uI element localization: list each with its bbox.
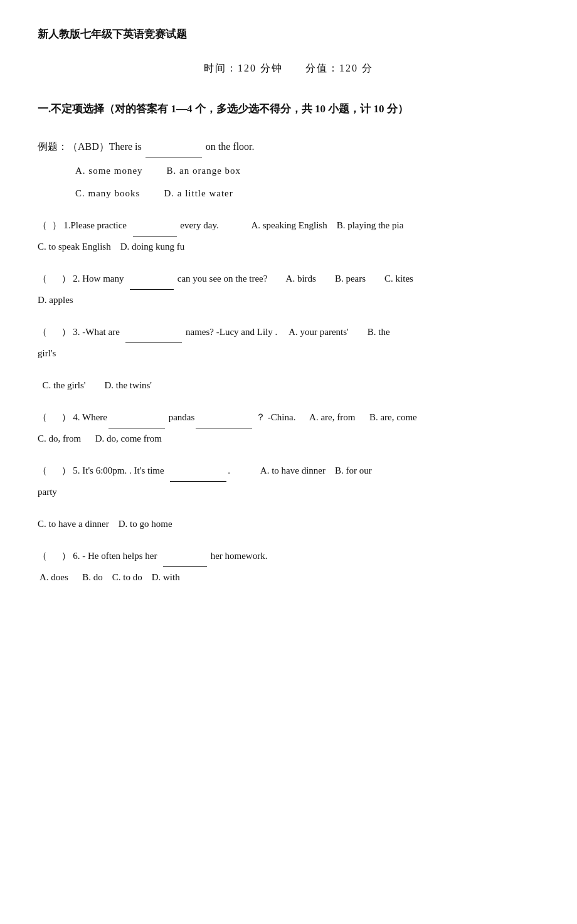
q6-num: 6. - He often helps her — [71, 546, 162, 566]
q1-blank — [133, 215, 177, 236]
page-title: 新人教版七年级下英语竞赛试题 — [38, 25, 539, 45]
example-opt-c: C. many books — [75, 188, 140, 198]
q5-opts: A. to have dinner B. for our — [230, 460, 372, 481]
question-3: （ ） 3. -What are names? -Lucy and Lily .… — [38, 322, 539, 396]
q3-row1: （ ） 3. -What are names? -Lucy and Lily .… — [38, 322, 539, 343]
q2-num: 2. How many — [71, 268, 129, 289]
q4-blank2 — [196, 407, 252, 428]
q1-paren: （ ） — [38, 215, 61, 236]
q1-num: 1.Please practice — [61, 215, 132, 236]
q5-num: 5. It's 6:00pm. . It's time — [71, 460, 169, 481]
example-options-row2: C. many books D. a little water — [75, 184, 539, 203]
q6-text: her homework. — [208, 546, 268, 566]
question-2: （ ） 2. How many can you see on the tree?… — [38, 268, 539, 311]
question-6: （ ） 6. - He often helps her her homework… — [38, 546, 539, 588]
q4-mid: pandas — [166, 407, 194, 428]
q1-row1: （ ） 1.Please practice every day. A. spea… — [38, 215, 539, 236]
example-block: 例题：（ABD）There is on the floor. A. some m… — [38, 137, 539, 203]
q1-text: every day. A. speaking English B. playin… — [178, 215, 404, 236]
q2-row1: （ ） 2. How many can you see on the tree?… — [38, 268, 539, 290]
q4-row1: （ ） 4. Where pandas ？ -China. A. are, fr… — [38, 407, 539, 428]
question-1: （ ） 1.Please practice every day. A. spea… — [38, 215, 539, 257]
example-options-row1: A. some money B. an orange box — [75, 161, 539, 180]
example-suffix: on the floor. — [206, 141, 255, 152]
q3-num: 3. -What are — [71, 322, 125, 343]
q3-text: names? -Lucy and Lily . A. your parents'… — [183, 322, 389, 343]
example-opt-a: A. some money — [75, 166, 143, 176]
q6-row2: A. does B. do C. to do D. with — [38, 567, 539, 588]
q2-row2: D. apples — [38, 290, 539, 311]
section1-header: 一.不定项选择（对的答案有 1—4 个，多选少选不得分，共 10 小题，计 10… — [38, 100, 539, 119]
q3-paren: （ ） — [38, 322, 71, 343]
subtitle: 时间：120 分钟 分值：120 分 — [38, 60, 539, 78]
example-opt-d: D. a little water — [164, 188, 233, 198]
q5-blank — [170, 460, 226, 482]
question-5: （ ） 5. It's 6:00pm. . It's time . A. to … — [38, 460, 539, 534]
q6-row1: （ ） 6. - He often helps her her homework… — [38, 546, 539, 567]
q5-row1: （ ） 5. It's 6:00pm. . It's time . A. to … — [38, 460, 539, 482]
q5-row2: party — [38, 482, 539, 502]
q1-row2: C. to speak English D. doing kung fu — [38, 236, 539, 257]
q5-paren: （ ） — [38, 460, 71, 481]
q3-row3: C. the girls' D. the twins' — [38, 375, 539, 396]
q4-row2: C. do, from D. do, come from — [38, 428, 539, 449]
q6-paren: （ ） — [38, 546, 71, 566]
q3-row2: girl's — [38, 343, 539, 364]
q4-blank1 — [109, 407, 165, 428]
example-label: 例题：（ABD）There is — [38, 141, 142, 152]
q4-text: ？ -China. A. are, from B. are, come — [253, 407, 416, 428]
question-4: （ ） 4. Where pandas ？ -China. A. are, fr… — [38, 407, 539, 449]
q2-blank — [130, 268, 174, 290]
q2-paren: （ ） — [38, 268, 71, 289]
q4-paren: （ ） — [38, 407, 71, 428]
example-blank — [146, 137, 202, 157]
q4-num: 4. Where — [71, 407, 107, 428]
q3-blank — [125, 322, 182, 343]
q2-text: can you see on the tree? A. birds B. pea… — [175, 268, 413, 289]
q6-blank — [163, 546, 207, 567]
example-opt-b: B. an orange box — [167, 166, 241, 176]
q5-row3: C. to have a dinner D. to go home — [38, 514, 539, 534]
